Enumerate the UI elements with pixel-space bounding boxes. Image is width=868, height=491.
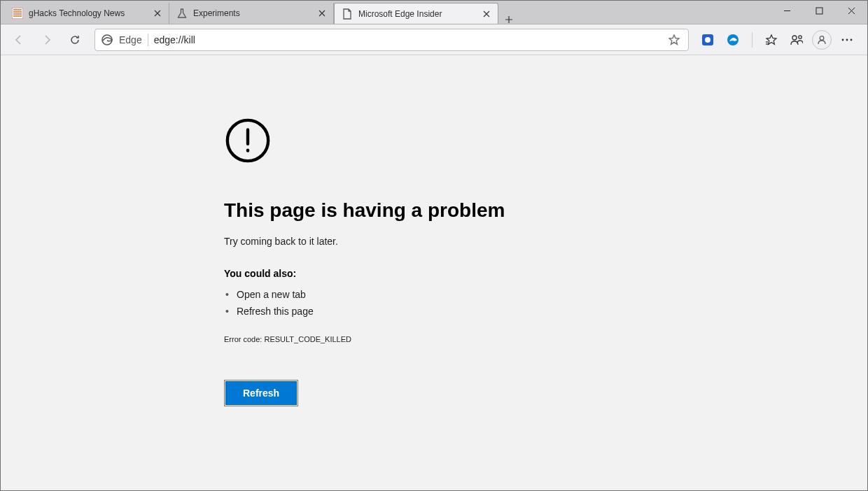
new-tab-button[interactable] [498,15,519,24]
tab-label: Experiments [193,8,311,18]
page-content: This page is having a problem Try coming… [1,55,867,490]
address-origin: Edge [119,34,142,45]
minimize-button[interactable] [771,1,803,20]
refresh-toolbar-button[interactable] [62,29,88,51]
close-icon[interactable] [152,8,163,19]
close-icon[interactable] [316,8,328,19]
tab-label: gHacks Technology News [29,8,146,18]
forward-button[interactable] [34,29,59,51]
svg-point-10 [846,38,848,41]
profile-button[interactable] [810,29,834,51]
maximize-button[interactable] [803,1,835,20]
list-item: Open a new tab [224,286,644,303]
error-heading: This page is having a problem [224,199,644,222]
refresh-button-focus-ring: Refresh [224,380,298,406]
suggestions-list: Open a new tab Refresh this page [224,286,644,320]
address-url: edge://kill [154,34,660,45]
tab-strip: gHacks Technology News Experiments Micro… [1,1,519,24]
toolbar: Edge edge://kill [1,24,867,55]
error-subtitle: Try coming back to it later. [224,236,644,247]
page-error-icon [342,8,353,20]
ghacks-favicon [12,8,23,19]
feedback-button[interactable] [785,29,808,51]
svg-point-9 [842,38,844,41]
settings-menu-button[interactable] [835,29,859,51]
toolbar-divider [752,32,752,48]
alert-icon [224,117,644,167]
edge-logo-icon [101,34,113,46]
error-code: Error code: RESULT_CODE_KILLED [224,335,644,343]
list-item: Refresh this page [224,303,644,320]
tab-experiments[interactable]: Experiments [169,3,334,24]
close-icon[interactable] [481,8,492,20]
favorite-star-icon[interactable] [666,31,682,48]
svg-point-11 [850,38,853,41]
error-code-label: Error code: [224,335,262,343]
address-bar[interactable]: Edge edge://kill [94,29,689,51]
favorites-button[interactable] [760,29,783,51]
svg-point-6 [792,36,797,40]
svg-point-4 [705,37,710,43]
extension-edge-icon[interactable] [721,29,745,51]
could-also-label: You could also: [224,268,644,279]
extension-camera-icon[interactable] [696,29,720,51]
error-code-value: RESULT_CODE_KILLED [264,335,351,343]
flask-icon [176,8,188,19]
window-controls [771,1,867,20]
tab-ghacks[interactable]: gHacks Technology News [5,3,169,24]
close-window-button[interactable] [835,1,867,20]
error-card: This page is having a problem Try coming… [224,117,644,490]
tab-edge-insider[interactable]: Microsoft Edge Insider [334,3,498,24]
svg-point-8 [820,36,824,40]
titlebar: gHacks Technology News Experiments Micro… [1,1,867,24]
extensions-area [696,29,862,51]
back-button[interactable] [6,29,31,51]
svg-rect-1 [816,8,822,14]
refresh-button[interactable]: Refresh [226,382,296,404]
svg-point-7 [799,35,802,38]
tab-label: Microsoft Edge Insider [358,9,475,19]
address-separator [148,34,148,46]
